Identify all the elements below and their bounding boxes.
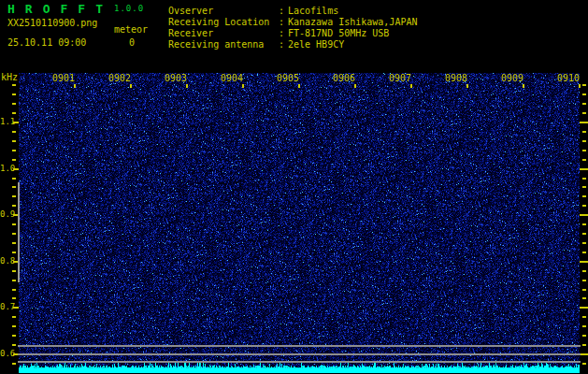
freq-minor-tick: [12, 205, 16, 207]
time-tick: [354, 84, 356, 88]
freq-minor-tick-right: [582, 289, 586, 291]
freq-major-tick-right: [580, 353, 588, 355]
freq-major-tick: [13, 168, 19, 170]
freq-minor-tick: [12, 289, 16, 291]
time-tick-label: 0902: [103, 74, 131, 83]
freq-minor-tick: [12, 131, 16, 133]
freq-minor-tick-right: [582, 297, 586, 299]
freq-minor-tick-right: [582, 280, 586, 281]
frequency-unit-label: kHz: [1, 72, 18, 82]
time-tick: [186, 84, 188, 88]
freq-minor-tick-right: [582, 195, 586, 197]
freq-minor-tick: [12, 112, 16, 114]
time-tick: [579, 84, 581, 88]
spectrogram-canvas: [19, 73, 580, 374]
time-tick-label: 0906: [327, 74, 355, 83]
freq-minor-tick: [12, 363, 16, 365]
time-tick-label: 0901: [47, 74, 75, 83]
freq-minor-tick: [12, 325, 16, 327]
time-tick-label: 0907: [383, 74, 411, 83]
freq-minor-tick-right: [582, 94, 586, 95]
freq-minor-tick: [12, 94, 16, 95]
freq-minor-tick: [12, 252, 16, 253]
freq-major-tick: [13, 307, 19, 309]
time-tick-label: 0905: [271, 74, 299, 83]
freq-minor-tick-right: [582, 131, 586, 133]
spectrogram-panel: kHz 090109020903090409050906090709080909…: [0, 0, 588, 374]
freq-minor-tick: [12, 335, 16, 337]
time-tick: [298, 84, 300, 88]
freq-minor-tick: [12, 242, 16, 244]
freq-major-tick-right: [580, 168, 588, 170]
time-tick-label: 0908: [439, 74, 467, 83]
freq-minor-tick-right: [582, 112, 586, 114]
freq-minor-tick: [12, 150, 16, 151]
carrier-line: [18, 345, 581, 347]
freq-minor-tick-right: [582, 205, 586, 207]
freq-minor-tick-right: [582, 363, 586, 365]
freq-minor-tick: [12, 297, 16, 299]
time-tick: [242, 84, 244, 88]
freq-minor-tick: [12, 103, 16, 105]
carrier-line: [18, 361, 581, 363]
freq-minor-tick-right: [582, 233, 586, 235]
freq-major-tick-right: [580, 307, 588, 309]
time-tick-label: 0910: [552, 74, 580, 83]
freq-tick-label: 1.0: [0, 165, 13, 173]
freq-minor-tick: [12, 344, 16, 346]
freq-minor-tick: [12, 223, 16, 225]
freq-minor-tick-right: [582, 150, 586, 151]
time-tick: [466, 84, 468, 88]
freq-tick-label: 0.6: [0, 350, 13, 358]
freq-minor-tick-right: [582, 159, 586, 161]
freq-tick-label: 0.8: [0, 257, 13, 266]
freq-minor-tick: [12, 159, 16, 161]
freq-major-tick-right: [580, 214, 588, 216]
left-edge-bar: [18, 182, 20, 282]
freq-minor-tick-right: [582, 325, 586, 327]
freq-minor-tick-right: [582, 178, 586, 180]
freq-minor-tick: [12, 270, 16, 272]
freq-minor-tick: [12, 233, 16, 235]
freq-minor-tick: [12, 140, 16, 142]
time-tick: [410, 84, 412, 88]
time-tick-label: 0903: [159, 74, 187, 83]
freq-minor-tick-right: [582, 335, 586, 337]
freq-minor-tick-right: [582, 270, 586, 272]
time-tick: [130, 84, 132, 88]
freq-minor-tick-right: [582, 103, 586, 105]
hrofft-screen: HROFFT 1.0.0 XX2510110900.png meteor 25.…: [0, 0, 588, 374]
freq-minor-tick: [12, 280, 16, 281]
freq-minor-tick-right: [582, 242, 586, 244]
time-tick: [74, 84, 76, 88]
freq-tick-label: 0.9: [0, 210, 13, 219]
freq-tick-label: 1.1: [0, 118, 13, 126]
time-tick: [523, 84, 524, 88]
freq-minor-tick: [12, 186, 16, 188]
freq-minor-tick-right: [582, 223, 586, 225]
freq-minor-tick-right: [582, 252, 586, 253]
freq-major-tick: [13, 122, 19, 123]
time-tick-label: 0909: [495, 74, 523, 83]
freq-minor-tick: [12, 178, 16, 180]
time-tick-label: 0904: [215, 74, 243, 83]
carrier-line: [18, 353, 581, 355]
freq-minor-tick-right: [582, 186, 586, 188]
freq-minor-tick-right: [582, 140, 586, 142]
freq-tick-label: 0.7: [0, 303, 13, 311]
freq-minor-tick: [12, 316, 16, 318]
freq-minor-tick: [12, 84, 16, 86]
freq-minor-tick-right: [582, 316, 586, 318]
freq-major-tick-right: [580, 261, 588, 263]
freq-major-tick-right: [580, 122, 588, 123]
freq-minor-tick: [12, 195, 16, 197]
freq-minor-tick-right: [582, 84, 586, 86]
freq-minor-tick-right: [582, 344, 586, 346]
